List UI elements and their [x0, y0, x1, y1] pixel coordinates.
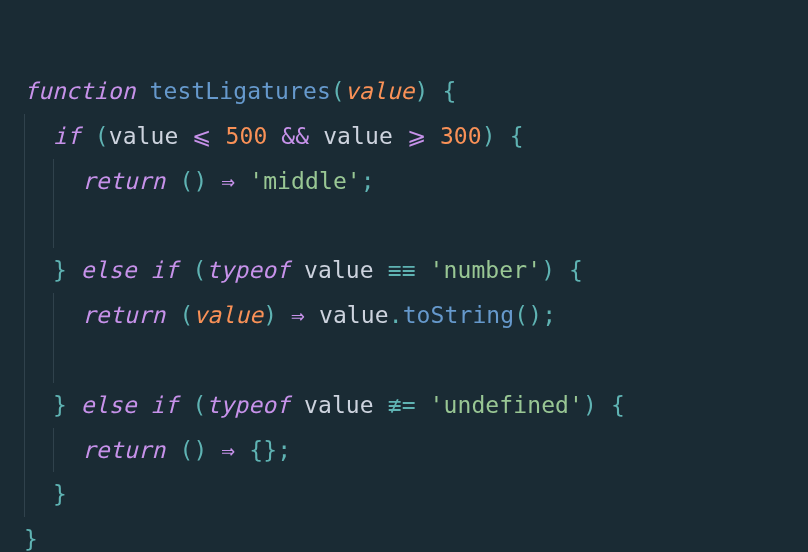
paren-open: (: [179, 168, 193, 194]
op-ge: ⩾: [407, 123, 426, 149]
indent-guide: [24, 248, 53, 293]
paren-close: ): [541, 257, 555, 283]
semicolon: ;: [277, 437, 291, 463]
param-value: value: [345, 78, 415, 104]
line-10: }: [24, 481, 67, 507]
keyword-else-if: else if: [81, 257, 179, 283]
paren-open: (: [95, 123, 109, 149]
paren-open: (: [192, 392, 206, 418]
paren-close: ): [482, 123, 496, 149]
indent-guide: [53, 428, 82, 473]
op-neq3: ≢=: [388, 392, 416, 418]
op-le: ⩽: [192, 123, 211, 149]
paren-close: ): [415, 78, 429, 104]
string-undefined: 'undefined': [430, 392, 583, 418]
brace-close: }: [24, 526, 38, 552]
paren-close: ): [583, 392, 597, 418]
line-7: [24, 347, 82, 373]
op-and: &&: [281, 123, 309, 149]
keyword-return: return: [82, 302, 166, 328]
op-eq3: ≡≡: [388, 257, 416, 283]
paren-close: ): [528, 302, 542, 328]
op-arrow: ⇒: [291, 302, 305, 328]
paren-close: ): [193, 437, 207, 463]
indent-guide: [24, 114, 53, 159]
keyword-else-if: else if: [81, 392, 179, 418]
indent-guide: [24, 159, 53, 204]
paren-open: (: [331, 78, 345, 104]
code-editor: function testLigatures(value) { if (valu…: [0, 0, 808, 552]
line-6: return (value) ⇒ value.toString();: [24, 302, 556, 328]
brace-close: }: [53, 257, 67, 283]
identifier: value: [319, 302, 389, 328]
semicolon: ;: [361, 168, 375, 194]
indent-guide: [53, 293, 82, 338]
paren-open: (: [192, 257, 206, 283]
indent-guide: [53, 338, 82, 383]
paren-close: ): [263, 302, 277, 328]
paren-open: (: [179, 302, 193, 328]
brace-close: }: [263, 437, 277, 463]
brace-open: {: [611, 392, 625, 418]
dot: .: [389, 302, 403, 328]
indent-guide: [53, 159, 82, 204]
indent-guide: [24, 428, 53, 473]
number-300: 300: [440, 123, 482, 149]
string-number: 'number': [430, 257, 542, 283]
line-3: return () ⇒ 'middle';: [24, 168, 375, 194]
brace-open: {: [569, 257, 583, 283]
op-arrow: ⇒: [221, 437, 235, 463]
line-1: function testLigatures(value) {: [24, 78, 456, 104]
keyword-typeof: typeof: [206, 392, 290, 418]
string-middle: 'middle': [249, 168, 361, 194]
paren-close: ): [193, 168, 207, 194]
semicolon: ;: [542, 302, 556, 328]
line-11: }: [24, 526, 38, 552]
line-9: return () ⇒ {};: [24, 437, 291, 463]
indent-guide: [53, 203, 82, 248]
keyword-if: if: [53, 123, 81, 149]
identifier: value: [304, 392, 374, 418]
brace-open: {: [510, 123, 524, 149]
keyword-typeof: typeof: [206, 257, 290, 283]
keyword-function: function: [24, 78, 136, 104]
identifier: value: [323, 123, 393, 149]
indent-guide: [24, 383, 53, 428]
op-arrow: ⇒: [221, 168, 235, 194]
line-2: if (value ⩽ 500 && value ⩾ 300) {: [24, 123, 524, 149]
identifier: value: [304, 257, 374, 283]
method-tostring: toString: [403, 302, 515, 328]
param-value: value: [193, 302, 263, 328]
indent-guide: [24, 203, 53, 248]
paren-open: (: [514, 302, 528, 328]
indent-guide: [24, 293, 53, 338]
brace-close: }: [53, 392, 67, 418]
line-4: [24, 212, 82, 238]
indent-guide: [24, 472, 53, 517]
indent-guide: [24, 338, 53, 383]
keyword-return: return: [82, 437, 166, 463]
brace-close: }: [53, 481, 67, 507]
paren-open: (: [179, 437, 193, 463]
line-8: } else if (typeof value ≢= 'undefined') …: [24, 392, 625, 418]
line-5: } else if (typeof value ≡≡ 'number') {: [24, 257, 583, 283]
brace-open: {: [249, 437, 263, 463]
brace-open: {: [442, 78, 456, 104]
identifier: value: [109, 123, 179, 149]
keyword-return: return: [82, 168, 166, 194]
function-name: testLigatures: [150, 78, 331, 104]
number-500: 500: [225, 123, 267, 149]
